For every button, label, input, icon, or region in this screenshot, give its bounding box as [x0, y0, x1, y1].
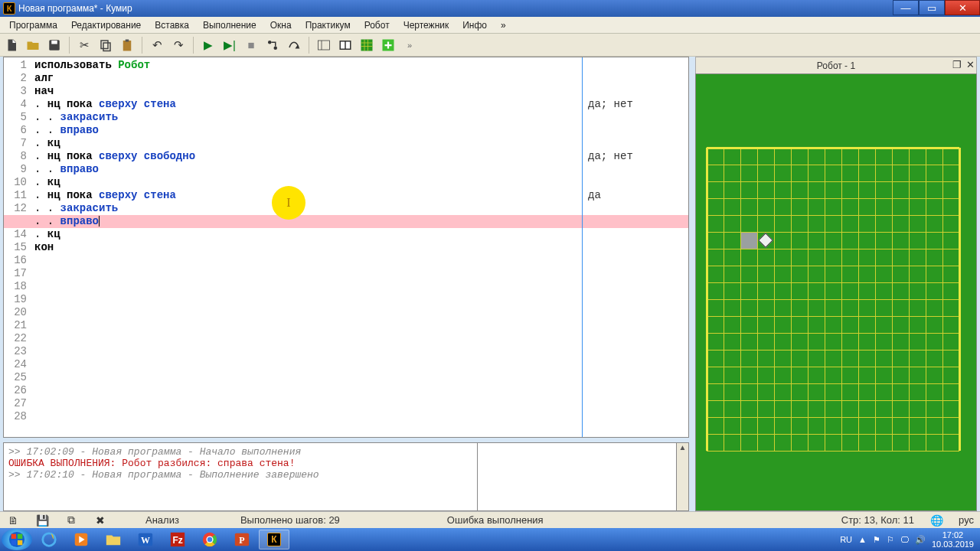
- save-icon[interactable]: [46, 37, 63, 54]
- tray-lang[interactable]: RU: [840, 535, 852, 544]
- taskbar-powerpoint-icon[interactable]: P: [227, 530, 257, 549]
- taskbar-filezilla-icon[interactable]: Fz: [162, 530, 193, 549]
- svg-text:P: P: [239, 535, 244, 546]
- menu-run[interactable]: Выполнение: [197, 18, 263, 32]
- menu-info[interactable]: Инфо: [456, 18, 493, 32]
- minimize-button[interactable]: —: [893, 0, 919, 15]
- svg-rect-12: [346, 41, 350, 48]
- stop-icon[interactable]: ■: [243, 37, 260, 54]
- log-line: >> 17:02:09 - Новая программа - Начало в…: [8, 446, 472, 458]
- copy-icon[interactable]: [97, 37, 114, 54]
- step-into-icon[interactable]: [264, 37, 281, 54]
- status-copy-icon[interactable]: ⧉: [64, 514, 78, 527]
- toolbar: ✂ ↶ ↷ ▶ ▶| ■ »: [0, 34, 980, 57]
- start-button[interactable]: [2, 529, 32, 550]
- menu-drafter[interactable]: Чертежник: [397, 18, 456, 32]
- tray-date: 10.03.2019: [932, 540, 974, 549]
- highlight-cursor-icon: I: [272, 186, 305, 220]
- open-file-icon[interactable]: [24, 37, 41, 54]
- status-analysis: Анализ: [145, 514, 179, 526]
- log-error: ОШИБКА ВЫПОЛНЕНИЯ: Робот разбился: справ…: [8, 458, 472, 469]
- log-line: >> 17:02:10 - Новая программа - Выполнен…: [8, 469, 472, 481]
- svg-text:Fz: Fz: [172, 535, 182, 546]
- robot-restore-icon[interactable]: ❐: [952, 59, 962, 70]
- status-bar: 🗎 💾 ⧉ ✖ Анализ Выполнено шагов: 29 Ошибк…: [0, 511, 980, 528]
- taskbar-chrome-icon[interactable]: [194, 530, 225, 549]
- status-doc-icon[interactable]: 🗎: [6, 514, 20, 527]
- menu-insert[interactable]: Вставка: [149, 18, 195, 32]
- aux-console[interactable]: [478, 442, 677, 511]
- app-icon: К: [3, 2, 15, 15]
- line-gutter: 1234567891011121314151617181920212223242…: [4, 57, 31, 437]
- robot-field[interactable]: [695, 73, 977, 511]
- taskbar-word-icon[interactable]: W: [130, 530, 161, 549]
- svg-point-7: [274, 46, 278, 50]
- svg-point-6: [268, 41, 272, 44]
- tray-time: 17:02: [932, 530, 974, 540]
- cut-icon[interactable]: ✂: [76, 37, 93, 54]
- svg-point-26: [207, 537, 212, 542]
- redo-icon[interactable]: ↷: [170, 37, 187, 54]
- status-locale-icon[interactable]: 🌐: [929, 514, 943, 527]
- menu-practicum[interactable]: Практикум: [299, 18, 357, 32]
- status-save-icon[interactable]: 💾: [35, 514, 49, 527]
- taskbar-media-icon[interactable]: [66, 530, 96, 549]
- tray-up-icon[interactable]: ▲: [858, 535, 867, 544]
- tray-monitor-icon[interactable]: 🖵: [900, 535, 909, 544]
- code-content[interactable]: использовать Роботалгнач. нц пока сверху…: [34, 57, 581, 437]
- code-editor[interactable]: 1234567891011121314151617181920212223242…: [3, 57, 689, 438]
- robot-close-icon[interactable]: ✕: [966, 59, 975, 70]
- menu-edit[interactable]: Редактирование: [65, 18, 147, 32]
- console-scrollbar[interactable]: ▲: [677, 442, 689, 511]
- menu-windows[interactable]: Окна: [264, 18, 298, 32]
- paste-icon[interactable]: [119, 37, 136, 54]
- tray-flag-icon[interactable]: ⚐: [887, 535, 894, 545]
- undo-icon[interactable]: ↶: [149, 37, 165, 54]
- taskbar-kumir-icon[interactable]: К: [259, 530, 289, 549]
- step-over-icon[interactable]: [286, 37, 302, 54]
- svg-rect-4: [123, 41, 132, 51]
- tray-flash-icon[interactable]: ⚑: [873, 535, 880, 545]
- toolbar-more-icon[interactable]: »: [401, 37, 418, 54]
- run-icon[interactable]: ▶: [200, 37, 217, 54]
- annotation-column: да; нетда; нетда: [585, 57, 688, 437]
- window-title: Новая программа* - Кумир: [18, 3, 132, 14]
- menu-robot[interactable]: Робот: [358, 18, 396, 32]
- svg-point-16: [43, 533, 56, 546]
- robot-new-icon[interactable]: [380, 37, 397, 54]
- output-console[interactable]: >> 17:02:09 - Новая программа - Начало в…: [3, 442, 478, 511]
- svg-rect-2: [101, 41, 108, 49]
- menu-bar: Программа Редактирование Вставка Выполне…: [0, 17, 980, 34]
- robot-env-icon[interactable]: [358, 37, 375, 54]
- menu-more[interactable]: »: [495, 18, 512, 32]
- close-button[interactable]: ✕: [945, 0, 980, 15]
- menu-program[interactable]: Программа: [3, 18, 64, 32]
- status-lang: рус: [959, 514, 974, 526]
- taskbar-ie-icon[interactable]: [34, 530, 64, 549]
- status-cursor-pos: Стр: 13, Кол: 11: [841, 514, 914, 526]
- separator-line: [582, 57, 583, 437]
- scroll-up-icon[interactable]: ▲: [679, 443, 687, 452]
- status-error: Ошибка выполнения: [447, 514, 544, 526]
- svg-rect-3: [103, 43, 110, 51]
- svg-text:W: W: [141, 535, 150, 546]
- status-cancel-icon[interactable]: ✖: [93, 514, 107, 527]
- system-tray[interactable]: RU ▲ ⚑ ⚐ 🖵 🔊 17:02 10.03.2019: [840, 530, 978, 549]
- maximize-button[interactable]: ▭: [919, 0, 945, 15]
- robot-panel-title: Робот - 1 ❐ ✕: [695, 57, 977, 73]
- status-steps: Выполнено шагов: 29: [240, 514, 340, 526]
- window-titlebar: К Новая программа* - Кумир — ▭ ✕: [0, 0, 980, 17]
- taskbar: W Fz P К RU ▲ ⚑ ⚐ 🖵 🔊 17:02 10.03.2019: [0, 528, 980, 551]
- layout1-icon[interactable]: [315, 37, 332, 54]
- svg-rect-5: [126, 39, 129, 41]
- svg-rect-8: [318, 41, 330, 50]
- taskbar-explorer-icon[interactable]: [98, 530, 129, 549]
- layout2-icon[interactable]: [337, 37, 354, 54]
- svg-rect-13: [361, 39, 373, 51]
- new-file-icon[interactable]: [3, 37, 20, 54]
- step-icon[interactable]: ▶|: [221, 37, 238, 54]
- svg-rect-11: [341, 41, 345, 48]
- svg-rect-1: [51, 41, 57, 44]
- tray-sound-icon[interactable]: 🔊: [915, 535, 926, 545]
